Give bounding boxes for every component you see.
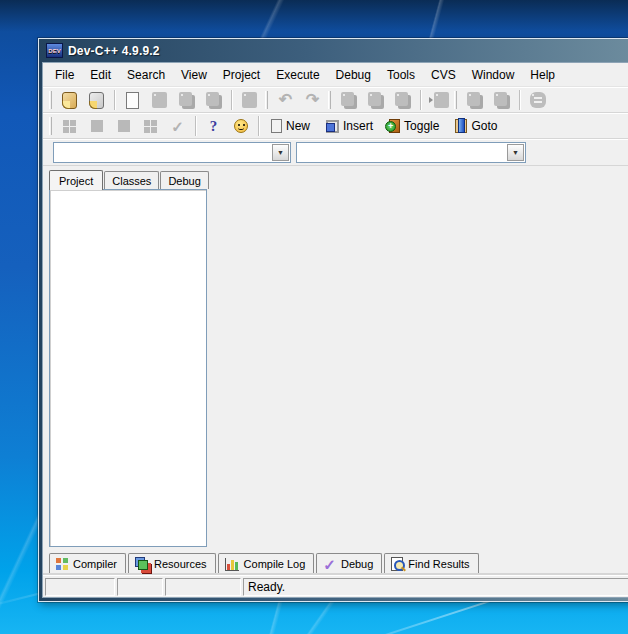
- insert-button[interactable]: Insert: [320, 117, 379, 135]
- help-icon: ?: [210, 118, 218, 135]
- title-bar[interactable]: DEV Dev-C++ 4.9.9.2: [42, 39, 628, 62]
- tab-debug-label: Debug: [341, 558, 373, 570]
- goto-button[interactable]: Goto: [449, 117, 503, 135]
- purple-check-icon: ✓: [323, 557, 336, 572]
- undo-icon: ↶: [279, 92, 292, 108]
- menu-view[interactable]: View: [173, 65, 215, 85]
- main-area: Project Classes Debug: [43, 166, 628, 551]
- print-button: [237, 89, 262, 111]
- menu-cvs[interactable]: CVS: [423, 65, 464, 85]
- menu-execute[interactable]: Execute: [268, 65, 327, 85]
- left-tab-bar: Project Classes Debug: [49, 168, 211, 189]
- toolbar-main: ↶ ↷: [43, 87, 628, 113]
- menu-search[interactable]: Search: [119, 65, 173, 85]
- chevron-down-icon: ▼: [277, 149, 284, 156]
- square-icon: [91, 120, 103, 132]
- menu-edit[interactable]: Edit: [82, 65, 119, 85]
- class-combobox[interactable]: ▼: [296, 142, 526, 163]
- grid-icon: [144, 120, 157, 133]
- new-project-button[interactable]: [57, 89, 82, 111]
- toolbar-separator: [195, 116, 196, 136]
- toolbar-separator: [114, 90, 115, 110]
- compiler-combobox-dropdown[interactable]: ▼: [272, 144, 289, 161]
- toolbar-grip[interactable]: [265, 91, 268, 109]
- class-combobox-dropdown[interactable]: ▼: [507, 144, 524, 161]
- new-page-icon: [271, 119, 282, 133]
- square-button-2: [111, 115, 136, 137]
- profile-button: [489, 89, 514, 111]
- tab-classes[interactable]: Classes: [104, 171, 159, 189]
- menu-file[interactable]: File: [47, 65, 82, 85]
- tab-find-results-label: Find Results: [408, 558, 469, 570]
- toolbar-separator: [519, 90, 520, 110]
- redo-button: ↷: [300, 89, 325, 111]
- save-all-icon: [179, 92, 192, 106]
- insert-icon: [326, 120, 339, 133]
- new-button-label: New: [286, 119, 310, 133]
- toolbar-specials: ✓ ? New Insert Toggle Goto: [43, 113, 628, 139]
- toggle-button[interactable]: Toggle: [383, 117, 445, 135]
- rebuild-all-icon: [434, 92, 449, 108]
- magnifier-page-icon: [391, 557, 403, 571]
- compiler-combobox[interactable]: ▼: [53, 142, 291, 163]
- insert-button-label: Insert: [343, 119, 373, 133]
- desktop: { "window": { "title": "Dev-C++ 4.9.9.2"…: [0, 0, 628, 634]
- tab-compiler[interactable]: Compiler: [49, 553, 126, 574]
- help-button[interactable]: ?: [201, 115, 226, 137]
- new-source-icon: [126, 92, 139, 109]
- open-button[interactable]: [84, 89, 109, 111]
- about-button[interactable]: [228, 115, 253, 137]
- toolbar-grip[interactable]: [49, 91, 52, 109]
- tab-compile-log[interactable]: Compile Log: [218, 553, 315, 574]
- compiler-squares-icon: [56, 558, 68, 570]
- grid-button-2: [138, 115, 163, 137]
- new-source-button[interactable]: [120, 89, 145, 111]
- app-icon: DEV: [46, 43, 63, 58]
- status-message: Ready.: [243, 578, 628, 596]
- tab-find-results[interactable]: Find Results: [384, 553, 478, 574]
- toolbar-grip[interactable]: [49, 117, 52, 135]
- resources-stack-icon: [135, 557, 149, 571]
- grid-button-1: [57, 115, 82, 137]
- rebuild-arrow-icon: [429, 97, 433, 103]
- tab-debug-bottom[interactable]: ✓ Debug: [316, 553, 382, 574]
- open-icon: [89, 92, 104, 109]
- tab-debug[interactable]: Debug: [160, 171, 208, 189]
- project-panel: Project Classes Debug: [43, 168, 211, 551]
- menu-project[interactable]: Project: [215, 65, 268, 85]
- grid-icon: [63, 120, 76, 133]
- goto-icon: [455, 119, 467, 133]
- check-button: ✓: [165, 115, 190, 137]
- square-icon: [118, 120, 130, 132]
- toolbar-grip[interactable]: [328, 91, 331, 109]
- client-area: File Edit Search View Project Execute De…: [42, 62, 628, 598]
- tab-project[interactable]: Project: [49, 170, 103, 190]
- project-tree[interactable]: [49, 189, 207, 547]
- toolbar-separator: [258, 116, 259, 136]
- check-icon: ✓: [171, 119, 184, 134]
- toolbar-grip[interactable]: [454, 91, 457, 109]
- save-icon: [152, 92, 167, 108]
- close-file-button: [201, 89, 226, 111]
- tab-resources[interactable]: Resources: [128, 553, 216, 574]
- abort-icon: [530, 92, 546, 108]
- tab-compile-log-label: Compile Log: [244, 558, 306, 570]
- menu-debug[interactable]: Debug: [328, 65, 379, 85]
- menu-help[interactable]: Help: [522, 65, 563, 85]
- bar-chart-icon: [225, 558, 239, 571]
- status-bar: Ready.: [43, 575, 628, 597]
- print-icon: [242, 92, 257, 108]
- menu-tools[interactable]: Tools: [379, 65, 423, 85]
- compile-icon: [341, 92, 354, 106]
- new-button[interactable]: New: [265, 117, 316, 135]
- menu-window[interactable]: Window: [464, 65, 523, 85]
- new-project-icon: [62, 92, 77, 109]
- abort-button: [525, 89, 550, 111]
- toggle-button-label: Toggle: [404, 119, 439, 133]
- toolbar-separator: [420, 90, 421, 110]
- goto-button-label: Goto: [471, 119, 497, 133]
- redo-icon: ↷: [306, 92, 319, 108]
- smiley-icon: [234, 119, 248, 133]
- save-all-button: [174, 89, 199, 111]
- chevron-down-icon: ▼: [512, 149, 519, 156]
